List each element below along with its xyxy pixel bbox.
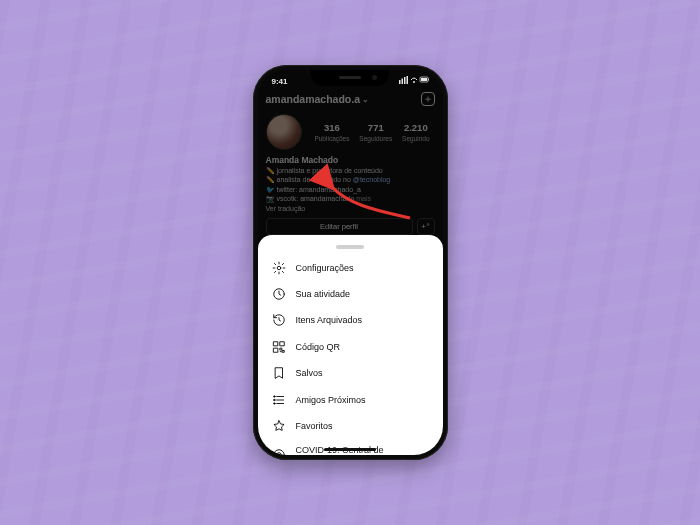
clock-icon: [272, 287, 286, 301]
menu-item-close-friends[interactable]: Amigos Próximos: [258, 386, 443, 412]
svg-rect-10: [273, 342, 277, 346]
svg-rect-11: [280, 342, 284, 346]
svg-point-8: [277, 266, 281, 270]
phone-screen: 9:41 amandamachado.a ⌄ ＋: [258, 70, 443, 455]
menu-item-label: Itens Arquivados: [296, 315, 363, 325]
bottom-sheet-menu: Configurações Sua atividade Itens Arquiv…: [258, 235, 443, 455]
svg-rect-2: [404, 77, 406, 84]
svg-point-4: [413, 81, 415, 83]
menu-item-label: Sua atividade: [296, 289, 351, 299]
menu-list: Configurações Sua atividade Itens Arquiv…: [258, 255, 443, 456]
signal-wifi-battery-icon: [399, 76, 429, 84]
menu-item-activity[interactable]: Sua atividade: [258, 281, 443, 307]
phone-camera: [372, 75, 377, 80]
menu-item-archived[interactable]: Itens Arquivados: [258, 307, 443, 333]
svg-rect-7: [428, 79, 429, 81]
menu-item-label: Amigos Próximos: [296, 395, 366, 405]
menu-item-qr[interactable]: Código QR: [258, 334, 443, 360]
svg-rect-12: [273, 348, 277, 352]
settings-icon: [272, 261, 286, 275]
qr-icon: [272, 340, 286, 354]
svg-point-14: [273, 399, 274, 400]
menu-item-label: Favoritos: [296, 421, 333, 431]
svg-rect-0: [399, 80, 401, 84]
svg-rect-3: [406, 76, 408, 84]
status-time: 9:41: [272, 77, 288, 86]
menu-item-label: Configurações: [296, 263, 354, 273]
home-indicator[interactable]: [324, 448, 376, 452]
menu-item-settings[interactable]: Configurações: [258, 255, 443, 281]
svg-rect-1: [401, 79, 403, 85]
menu-item-favorites[interactable]: Favoritos: [258, 413, 443, 439]
svg-point-13: [273, 395, 274, 396]
menu-item-label: Código QR: [296, 342, 341, 352]
phone-speaker: [339, 76, 361, 79]
svg-point-17: [276, 453, 281, 455]
menu-item-saved[interactable]: Salvos: [258, 360, 443, 386]
status-right-icons: [399, 76, 429, 86]
phone-frame: 9:41 amandamachado.a ⌄ ＋: [253, 65, 448, 460]
star-icon: [272, 419, 286, 433]
bookmark-icon: [272, 366, 286, 380]
history-icon: [272, 313, 286, 327]
svg-rect-6: [421, 78, 427, 81]
svg-point-15: [273, 402, 274, 403]
list-icon: [272, 393, 286, 407]
menu-item-label: Salvos: [296, 368, 323, 378]
info-icon: [272, 448, 286, 455]
sheet-grabber[interactable]: [336, 245, 364, 249]
